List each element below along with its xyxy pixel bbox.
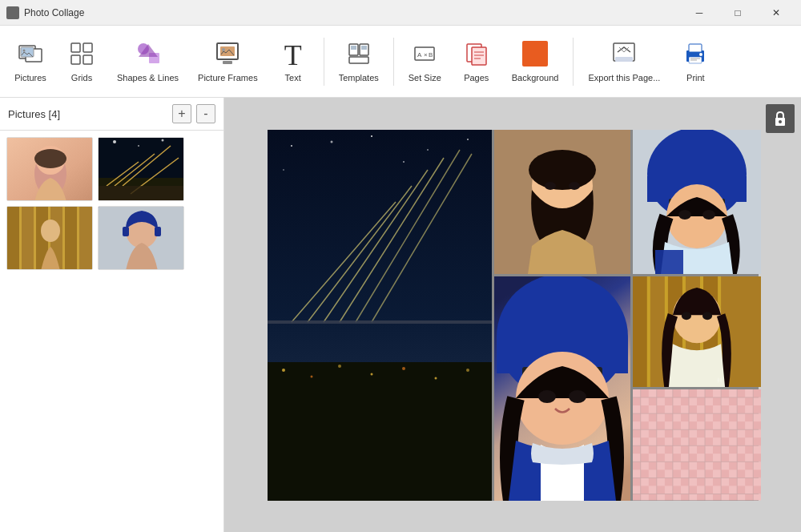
pages-label: Pages bbox=[464, 73, 489, 83]
svg-rect-18 bbox=[351, 46, 356, 50]
export-icon bbox=[611, 41, 637, 70]
svg-point-49 bbox=[162, 139, 164, 142]
svg-point-65 bbox=[779, 120, 782, 123]
thumbnail-1[interactable] bbox=[6, 137, 93, 201]
print-label: Print bbox=[686, 73, 705, 83]
svg-point-69 bbox=[371, 135, 372, 137]
svg-point-59 bbox=[41, 220, 60, 242]
svg-rect-30 bbox=[615, 57, 633, 62]
svg-text:A: A bbox=[417, 51, 422, 58]
svg-point-67 bbox=[291, 145, 292, 147]
export-label: Export this Page... bbox=[588, 73, 660, 83]
maximize-button[interactable]: □ bbox=[719, 0, 756, 26]
app-title: Photo Collage bbox=[24, 7, 84, 18]
thumbnail-4[interactable] bbox=[98, 206, 184, 270]
app-icon bbox=[6, 6, 19, 19]
grids-label: Grids bbox=[71, 73, 92, 83]
sidebar-spacer bbox=[6, 275, 217, 283]
svg-point-93 bbox=[545, 182, 556, 190]
cell-checker[interactable] bbox=[633, 389, 761, 501]
svg-rect-19 bbox=[361, 46, 367, 50]
toolbar-item-setsize[interactable]: A × B Set Size bbox=[400, 30, 449, 94]
svg-rect-103 bbox=[655, 250, 683, 274]
sidebar-title: Pictures [4] bbox=[8, 108, 167, 120]
toolbar-item-text[interactable]: T Text bbox=[269, 30, 317, 94]
cell-right-bottom: 卌 bbox=[633, 276, 761, 501]
photo-collage: 卌 bbox=[268, 130, 759, 501]
svg-point-72 bbox=[283, 169, 284, 171]
background-label: Background bbox=[512, 73, 559, 83]
toolbar-item-export[interactable]: Export this Page... bbox=[580, 30, 668, 94]
svg-point-111 bbox=[538, 390, 556, 403]
cell-bridge[interactable] bbox=[268, 130, 492, 501]
svg-point-3 bbox=[23, 49, 26, 51]
toolbar-item-background[interactable]: Background bbox=[504, 30, 567, 94]
templates-label: Templates bbox=[339, 73, 379, 83]
svg-rect-5 bbox=[83, 43, 92, 52]
cell-library[interactable]: 卌 bbox=[633, 276, 761, 388]
toolbar-item-grids[interactable]: Grids bbox=[58, 30, 106, 94]
svg-rect-80 bbox=[268, 320, 492, 324]
svg-text:×: × bbox=[424, 51, 428, 58]
minimize-button[interactable]: ─ bbox=[681, 0, 718, 26]
svg-point-88 bbox=[466, 369, 469, 372]
frames-label: Picture Frames bbox=[198, 73, 258, 83]
add-picture-button[interactable]: + bbox=[172, 104, 191, 123]
svg-text:B: B bbox=[429, 51, 433, 58]
text-icon: T bbox=[284, 41, 302, 70]
pages-icon bbox=[464, 41, 489, 70]
cell-helmet-top[interactable] bbox=[633, 130, 761, 274]
svg-point-123 bbox=[702, 312, 712, 320]
svg-point-87 bbox=[434, 377, 437, 379]
toolbar-item-pages[interactable]: Pages bbox=[453, 30, 501, 94]
print-icon bbox=[682, 41, 708, 70]
svg-rect-50 bbox=[99, 186, 184, 201]
main-area: Pictures [4] + - bbox=[0, 98, 801, 532]
svg-rect-7 bbox=[83, 55, 92, 64]
toolbar-item-templates[interactable]: Templates bbox=[331, 30, 387, 94]
background-icon bbox=[522, 41, 548, 70]
svg-point-70 bbox=[427, 149, 429, 151]
svg-point-122 bbox=[681, 312, 690, 320]
cell-helmet-big[interactable] bbox=[494, 276, 630, 501]
svg-rect-25 bbox=[472, 47, 486, 65]
thumbnail-2[interactable] bbox=[98, 137, 184, 201]
toolbar-item-pictures[interactable]: Pictures bbox=[6, 30, 54, 94]
svg-point-101 bbox=[678, 210, 691, 220]
title-bar-left: Photo Collage bbox=[6, 6, 84, 19]
toolbar-item-shapes[interactable]: Shapes & Lines bbox=[109, 30, 187, 94]
setsize-icon: A × B bbox=[412, 41, 437, 70]
title-bar-controls: ─ □ ✕ bbox=[681, 0, 795, 26]
canvas-area: 卌 bbox=[224, 98, 801, 532]
title-bar: Photo Collage ─ □ ✕ bbox=[0, 0, 801, 26]
svg-point-13 bbox=[222, 48, 225, 51]
svg-point-73 bbox=[403, 161, 405, 163]
svg-point-34 bbox=[699, 53, 702, 56]
pictures-label: Pictures bbox=[14, 73, 46, 83]
sidebar: Pictures [4] + - bbox=[0, 98, 224, 532]
templates-icon bbox=[346, 41, 372, 70]
remove-picture-button[interactable]: - bbox=[196, 104, 215, 123]
separator-1 bbox=[324, 38, 324, 86]
svg-rect-6 bbox=[71, 55, 80, 64]
toolbar-item-print[interactable]: Print bbox=[671, 30, 719, 94]
separator-3 bbox=[573, 38, 574, 86]
svg-point-47 bbox=[113, 140, 116, 143]
cell-portrait[interactable] bbox=[494, 130, 630, 274]
lock-button[interactable] bbox=[766, 104, 795, 133]
close-button[interactable]: ✕ bbox=[758, 0, 795, 26]
svg-point-48 bbox=[138, 145, 139, 147]
svg-point-94 bbox=[569, 182, 580, 190]
svg-point-71 bbox=[467, 139, 469, 140]
svg-rect-129 bbox=[633, 389, 761, 501]
toolbar-item-frames[interactable]: Picture Frames bbox=[190, 30, 266, 94]
toolbar: Pictures Grids Shapes & Lines bbox=[0, 26, 801, 98]
svg-rect-63 bbox=[155, 227, 161, 236]
sidebar-header: Pictures [4] + - bbox=[0, 98, 223, 131]
svg-point-112 bbox=[569, 390, 586, 403]
svg-point-102 bbox=[702, 210, 715, 220]
shapes-icon bbox=[135, 41, 161, 70]
svg-rect-81 bbox=[268, 362, 492, 501]
thumbnail-3[interactable] bbox=[6, 206, 93, 270]
svg-point-82 bbox=[282, 369, 285, 372]
